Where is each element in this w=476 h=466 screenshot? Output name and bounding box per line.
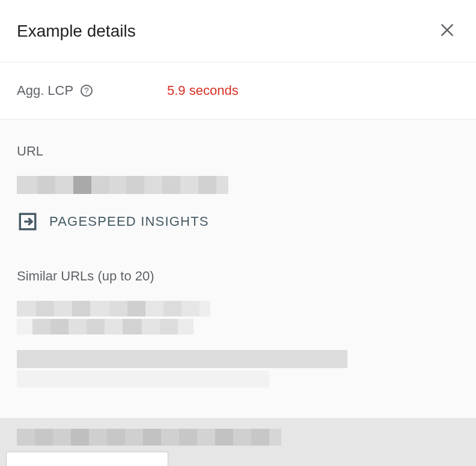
url-section-label: URL bbox=[17, 144, 459, 159]
list-item[interactable] bbox=[17, 350, 459, 387]
agg-lcp-value: 5.9 seconds bbox=[167, 83, 239, 98]
agg-lcp-row: Agg. LCP ? 5.9 seconds bbox=[0, 62, 476, 120]
pagespeed-insights-link[interactable]: PAGESPEED INSIGHTS bbox=[17, 211, 209, 232]
list-item[interactable] bbox=[17, 429, 281, 446]
agg-lcp-label-group: Agg. LCP ? bbox=[17, 83, 167, 98]
help-icon[interactable]: ? bbox=[79, 83, 94, 98]
panel-title: Example details bbox=[17, 22, 136, 41]
bottom-chip[interactable] bbox=[6, 452, 168, 466]
url-redacted bbox=[17, 176, 459, 194]
agg-lcp-label: Agg. LCP bbox=[17, 83, 73, 98]
similar-urls-list bbox=[17, 301, 459, 387]
bottom-bar bbox=[0, 418, 476, 466]
similar-urls-label: Similar URLs (up to 20) bbox=[17, 268, 459, 284]
open-external-icon bbox=[17, 211, 38, 232]
details-body: URL PAGESPEED INSI bbox=[0, 120, 476, 466]
svg-text:?: ? bbox=[84, 86, 89, 95]
close-icon bbox=[439, 22, 456, 40]
list-item[interactable] bbox=[17, 301, 459, 334]
example-details-panel: Example details Agg. LCP ? 5.9 seconds U… bbox=[0, 0, 476, 466]
close-button[interactable] bbox=[435, 18, 459, 44]
pagespeed-insights-label: PAGESPEED INSIGHTS bbox=[49, 214, 209, 229]
panel-header: Example details bbox=[0, 0, 476, 62]
